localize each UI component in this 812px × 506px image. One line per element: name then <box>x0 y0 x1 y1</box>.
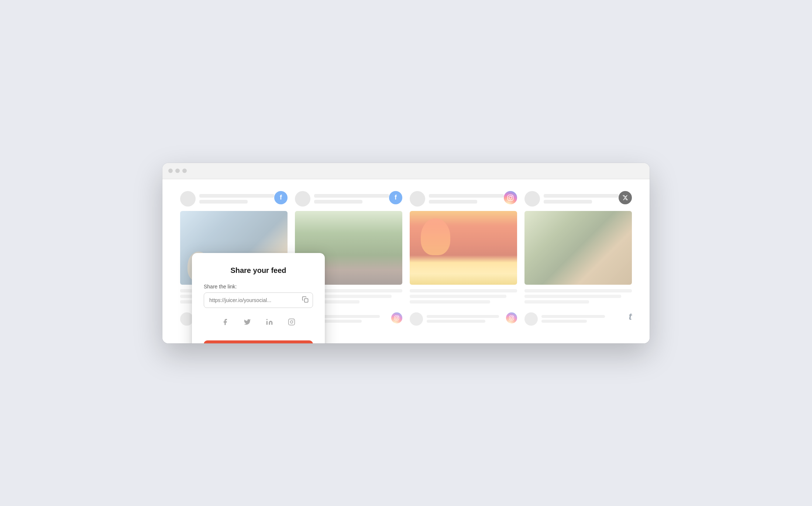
view-feed-button[interactable]: View your public feed → <box>204 340 313 343</box>
feed-card-3 <box>410 191 517 304</box>
small-avatar-4 <box>524 312 538 326</box>
svg-point-10 <box>510 317 513 319</box>
copy-icon[interactable] <box>302 296 309 304</box>
avatar-4 <box>524 191 540 207</box>
small-line-3b <box>427 320 485 323</box>
svg-rect-12 <box>304 298 308 302</box>
facebook-badge-2: f <box>389 191 402 204</box>
feed-card-header-4 <box>524 191 632 207</box>
tumblr-badge: t <box>629 311 632 322</box>
browser-titlebar <box>162 163 650 179</box>
small-line-3a <box>427 315 499 318</box>
feed-card-header-3 <box>410 191 517 207</box>
social-share-icons <box>204 315 313 329</box>
dot-green <box>182 169 187 173</box>
small-lines-4 <box>541 315 632 323</box>
browser-content: f f <box>162 179 650 343</box>
facebook-badge-1: f <box>274 191 288 204</box>
small-lines-3 <box>427 315 517 323</box>
content-line-4a <box>524 289 632 292</box>
share-linkedin-button[interactable] <box>263 315 276 329</box>
feed-card-header-2: f <box>295 191 402 207</box>
feed-bottom-card-3 <box>410 312 517 326</box>
share-link-label: Share the link: <box>204 284 313 290</box>
content-line-3c <box>410 300 490 304</box>
feed-card-header-1: f <box>180 191 288 207</box>
share-link-input-wrapper <box>204 292 313 308</box>
content-lines-4 <box>524 289 632 304</box>
browser-dots <box>168 169 187 173</box>
header-line-1b <box>199 200 248 204</box>
small-line-4b <box>541 320 587 323</box>
content-line-4c <box>524 300 589 304</box>
dot-yellow <box>175 169 180 173</box>
small-avatar-1 <box>180 312 193 326</box>
header-line-3b <box>429 200 477 204</box>
avatar-2 <box>295 191 310 207</box>
modal-title: Share your feed <box>204 266 313 275</box>
dot-red <box>168 169 173 173</box>
svg-point-11 <box>512 316 513 317</box>
header-line-4a <box>544 194 619 198</box>
browser-window: f f <box>162 163 650 343</box>
feed-bottom-card-4: t <box>524 312 632 326</box>
svg-point-8 <box>398 316 398 317</box>
content-lines-3 <box>410 289 517 304</box>
svg-rect-0 <box>508 195 513 200</box>
svg-point-1 <box>509 196 512 199</box>
header-line-2b <box>314 200 362 204</box>
share-instagram-button[interactable] <box>285 315 298 329</box>
svg-point-16 <box>293 320 294 320</box>
header-line-3a <box>429 194 504 198</box>
share-twitter-button[interactable] <box>241 315 254 329</box>
svg-rect-6 <box>395 316 399 320</box>
avatar-3 <box>410 191 425 207</box>
svg-point-2 <box>512 195 512 196</box>
feed-image-3 <box>410 211 517 285</box>
avatar-1 <box>180 191 196 207</box>
content-line-4b <box>524 295 621 298</box>
small-lines-2 <box>312 315 402 323</box>
svg-rect-14 <box>289 319 295 325</box>
header-line-4b <box>544 200 592 204</box>
instagram-badge-1 <box>504 191 517 204</box>
svg-rect-9 <box>509 316 514 320</box>
feed-card-4 <box>524 191 632 304</box>
small-line-4a <box>541 315 605 318</box>
instagram-badge-bottom-3 <box>506 312 517 323</box>
small-avatar-3 <box>410 312 423 326</box>
feed-image-4 <box>524 211 632 285</box>
header-line-1a <box>199 194 274 198</box>
svg-point-15 <box>290 320 293 323</box>
x-badge-1 <box>619 191 632 204</box>
share-facebook-button[interactable] <box>219 315 232 329</box>
share-link-input[interactable] <box>204 292 313 308</box>
header-line-2a <box>314 194 389 198</box>
share-modal: Share your feed Share the link: <box>192 253 325 343</box>
content-line-3a <box>410 289 517 292</box>
content-line-3b <box>410 295 506 298</box>
svg-point-13 <box>266 319 268 320</box>
svg-point-7 <box>396 317 398 319</box>
instagram-badge-bottom-2 <box>391 312 402 323</box>
